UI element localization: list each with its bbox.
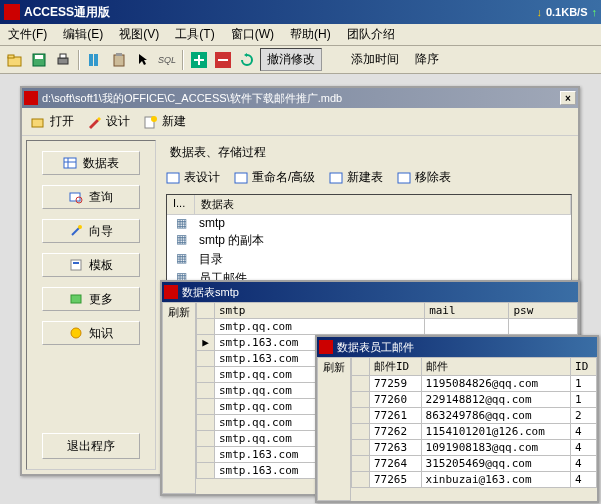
cell[interactable]: 77262: [370, 424, 422, 440]
cell[interactable]: 1154101201@126.com: [421, 424, 570, 440]
menu-view[interactable]: 视图(V): [111, 26, 167, 43]
row-selector[interactable]: [352, 376, 370, 392]
data-row[interactable]: 77260229148812@qq.com1: [352, 392, 597, 408]
menu-file[interactable]: 文件(F): [0, 26, 55, 43]
row-selector[interactable]: [197, 431, 215, 447]
row-selector[interactable]: [197, 447, 215, 463]
cell[interactable]: smtp.qq.com: [215, 319, 425, 335]
name-col-header[interactable]: 数据表: [195, 195, 571, 214]
cell[interactable]: xinbuzai@163.com: [421, 472, 570, 488]
cell[interactable]: [425, 319, 509, 335]
sidebar-item-wizard[interactable]: 向导: [42, 219, 140, 243]
sort-button[interactable]: 降序: [408, 48, 446, 71]
row-selector[interactable]: [352, 392, 370, 408]
table-row[interactable]: ▦smtp 的副本: [167, 231, 571, 250]
cell[interactable]: 1091908183@qq.com: [421, 440, 570, 456]
cell[interactable]: 4: [571, 472, 597, 488]
email-refresh-button[interactable]: 刷新: [317, 357, 351, 501]
cell[interactable]: 1: [571, 376, 597, 392]
cell[interactable]: 1195084826@qq.com: [421, 376, 570, 392]
smtp-titlebar[interactable]: 数据表smtp: [162, 282, 578, 302]
data-row[interactable]: 77265xinbuzai@163.com4: [352, 472, 597, 488]
cell[interactable]: 77265: [370, 472, 422, 488]
delete-table-button[interactable]: 移除表: [397, 169, 451, 186]
row-header[interactable]: [352, 358, 370, 376]
data-row[interactable]: 772621154101201@126.com4: [352, 424, 597, 440]
data-row[interactable]: 77261863249786@qq.com2: [352, 408, 597, 424]
save-icon[interactable]: [28, 49, 50, 71]
row-selector[interactable]: [197, 383, 215, 399]
print-icon[interactable]: [52, 49, 74, 71]
db-design-button[interactable]: 设计: [86, 113, 130, 130]
email-grid[interactable]: 邮件ID邮件ID772591195084826@qq.com1772602291…: [351, 357, 597, 501]
pointer-icon[interactable]: [132, 49, 154, 71]
row-selector[interactable]: [197, 399, 215, 415]
add-time-button[interactable]: 添加时间: [344, 48, 406, 71]
undo-button[interactable]: 撤消修改: [260, 48, 322, 71]
open-folder-icon[interactable]: [4, 49, 26, 71]
cell[interactable]: 77263: [370, 440, 422, 456]
row-selector[interactable]: [352, 408, 370, 424]
col-header[interactable]: 邮件: [421, 358, 570, 376]
table-row[interactable]: ▦目录: [167, 250, 571, 269]
cell[interactable]: 4: [571, 440, 597, 456]
row-selector[interactable]: [197, 367, 215, 383]
data-row[interactable]: smtp.qq.com: [197, 319, 578, 335]
icon-col-header[interactable]: I...: [167, 195, 195, 214]
sidebar-item-more[interactable]: 更多: [42, 287, 140, 311]
refresh-icon[interactable]: [236, 49, 258, 71]
database-window-titlebar[interactable]: d:\soft\soft1\我的OFFICE\C_ACCESS\软件下载邮件推广…: [22, 88, 578, 108]
table-row[interactable]: ▦smtp: [167, 215, 571, 231]
sidebar-item-datatable[interactable]: 数据表: [42, 151, 140, 175]
col-header[interactable]: smtp: [215, 303, 425, 319]
cell[interactable]: 229148812@qq.com: [421, 392, 570, 408]
row-selector[interactable]: ▶: [197, 335, 215, 351]
sql-icon[interactable]: SQL: [156, 49, 178, 71]
delete-record-icon[interactable]: [212, 49, 234, 71]
row-selector[interactable]: [197, 415, 215, 431]
sidebar-item-knowledge[interactable]: 知识: [42, 321, 140, 345]
paste-icon[interactable]: [108, 49, 130, 71]
menu-window[interactable]: 窗口(W): [223, 26, 282, 43]
data-row[interactable]: 772631091908183@qq.com4: [352, 440, 597, 456]
table-design-button[interactable]: 表设计: [166, 169, 220, 186]
cell[interactable]: 863249786@qq.com: [421, 408, 570, 424]
menu-team[interactable]: 团队介绍: [339, 26, 403, 43]
row-selector[interactable]: [197, 463, 215, 479]
cell[interactable]: 77261: [370, 408, 422, 424]
cell[interactable]: 77264: [370, 456, 422, 472]
cell[interactable]: 4: [571, 456, 597, 472]
cell[interactable]: 315205469@qq.com: [421, 456, 570, 472]
cell[interactable]: [509, 319, 578, 335]
sidebar-item-template[interactable]: 模板: [42, 253, 140, 277]
smtp-refresh-button[interactable]: 刷新: [162, 302, 196, 494]
rename-button[interactable]: 重命名/高级: [234, 169, 315, 186]
row-selector[interactable]: [352, 456, 370, 472]
data-row[interactable]: 77264315205469@qq.com4: [352, 456, 597, 472]
column-icon[interactable]: [84, 49, 106, 71]
row-selector[interactable]: [197, 319, 215, 335]
row-header[interactable]: [197, 303, 215, 319]
sidebar-item-query[interactable]: 查询: [42, 185, 140, 209]
cell[interactable]: 4: [571, 424, 597, 440]
exit-button[interactable]: 退出程序: [42, 433, 140, 459]
new-table-button[interactable]: 新建表: [329, 169, 383, 186]
col-header[interactable]: mail: [425, 303, 509, 319]
add-record-icon[interactable]: [188, 49, 210, 71]
db-new-button[interactable]: 新建: [142, 113, 186, 130]
cell[interactable]: 77260: [370, 392, 422, 408]
data-row[interactable]: 772591195084826@qq.com1: [352, 376, 597, 392]
menu-help[interactable]: 帮助(H): [282, 26, 339, 43]
close-icon[interactable]: ×: [560, 91, 576, 105]
col-header[interactable]: ID: [571, 358, 597, 376]
row-selector[interactable]: [352, 472, 370, 488]
cell[interactable]: 77259: [370, 376, 422, 392]
row-selector[interactable]: [197, 351, 215, 367]
cell[interactable]: 1: [571, 392, 597, 408]
menu-edit[interactable]: 编辑(E): [55, 26, 111, 43]
col-header[interactable]: 邮件ID: [370, 358, 422, 376]
cell[interactable]: 2: [571, 408, 597, 424]
db-open-button[interactable]: 打开: [30, 113, 74, 130]
menu-tools[interactable]: 工具(T): [167, 26, 222, 43]
row-selector[interactable]: [352, 440, 370, 456]
